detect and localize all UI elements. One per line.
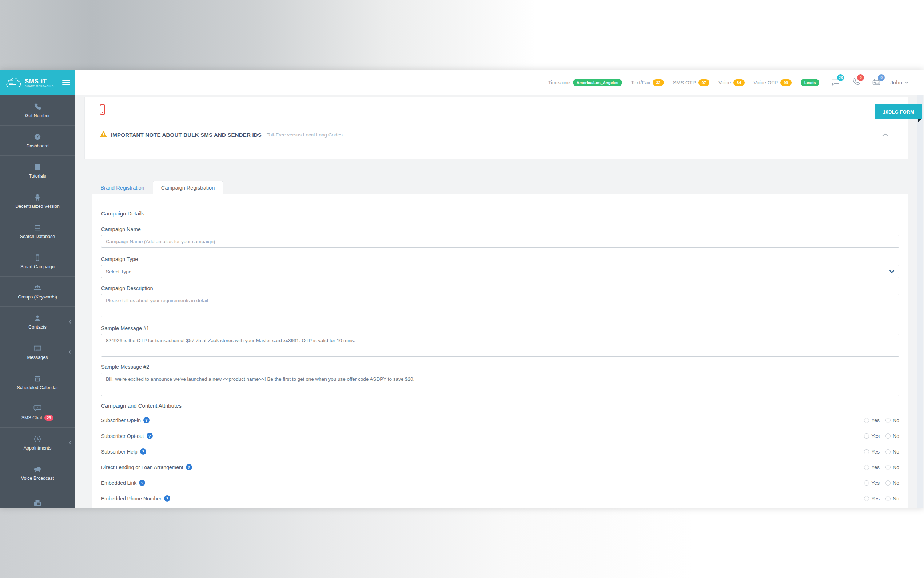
field-campaign-type: Campaign Type Select Type bbox=[101, 256, 899, 278]
radio-yes[interactable]: Yes bbox=[864, 464, 880, 470]
attr-row-affiliate-marketing: Affiliate Marketing? Yes No bbox=[101, 506, 899, 508]
sidebar-item-label: SMS Chat23 bbox=[21, 415, 54, 421]
radio-circle[interactable] bbox=[885, 449, 890, 454]
10dlc-form-ribbon[interactable]: 10DLC FORM bbox=[876, 106, 921, 118]
note-panel: IMPORTANT NOTE ABOUT BULK SMS AND SENDER… bbox=[84, 97, 908, 159]
help-icon[interactable]: ? bbox=[139, 480, 145, 486]
call-notifications-button[interactable]: 0 bbox=[851, 78, 860, 88]
help-icon[interactable]: ? bbox=[186, 464, 192, 470]
app-window: SMS-iT SMART MESSAGING Get Number Dashbo… bbox=[0, 70, 924, 508]
radio-no-label: No bbox=[893, 480, 899, 486]
tab-campaign-registration[interactable]: Campaign Registration bbox=[153, 181, 223, 194]
stat-label: Voice bbox=[718, 80, 731, 86]
sidebar-item-label: Scheduled Calendar bbox=[17, 385, 58, 390]
radio-no[interactable]: No bbox=[885, 480, 899, 486]
stat-label: Text/Fax bbox=[631, 80, 651, 86]
sidebar-item-voice-broadcast[interactable]: Voice Broadcast bbox=[0, 458, 75, 488]
radio-no[interactable]: No bbox=[885, 496, 899, 502]
attr-row-direct-lending: Direct Lending or Loan Arrangement? Yes … bbox=[101, 459, 899, 475]
radio-circle[interactable] bbox=[864, 496, 869, 501]
radio-circle[interactable] bbox=[864, 449, 869, 454]
timezone-value-badge[interactable]: America/Los_Angeles bbox=[573, 79, 622, 86]
attr-text: Subscriber Opt-in bbox=[101, 417, 141, 423]
attr-row-subscriber-help: Subscriber Help? Yes No bbox=[101, 444, 899, 459]
help-icon[interactable]: ? bbox=[147, 433, 153, 439]
stat-sms-otp: SMS OTP 97 bbox=[673, 80, 709, 86]
laptop-icon bbox=[33, 224, 42, 232]
background-bottom bbox=[0, 508, 924, 578]
attr-text: Embedded Link bbox=[101, 480, 136, 486]
sidebar-item-label: Tutorials bbox=[29, 174, 46, 179]
radio-no[interactable]: No bbox=[885, 464, 899, 470]
radio-circle[interactable] bbox=[885, 434, 890, 438]
radio-circle[interactable] bbox=[885, 465, 890, 470]
sidebar-item-contacts[interactable]: Contacts bbox=[0, 307, 75, 337]
campaign-name-input[interactable] bbox=[101, 235, 899, 247]
section-title-campaign-details: Campaign Details bbox=[101, 210, 899, 217]
radio-yes[interactable]: Yes bbox=[864, 417, 880, 423]
sidebar-item-dashboard[interactable]: Dashboard bbox=[0, 125, 75, 156]
field-sample-message-1: Sample Message #1 824926 is the OTP for … bbox=[101, 325, 899, 358]
sidebar-item-smart-campaign[interactable]: Smart Campaign bbox=[0, 247, 75, 277]
radio-yes-label: Yes bbox=[871, 480, 880, 486]
hamburger-menu-icon[interactable] bbox=[62, 79, 70, 87]
radio-group: Yes No bbox=[864, 417, 899, 423]
radio-yes[interactable]: Yes bbox=[864, 496, 880, 502]
attr-label: Embedded Phone Number? bbox=[101, 495, 170, 502]
radio-yes[interactable]: Yes bbox=[864, 480, 880, 486]
logo-subtitle: SMART MESSAGING bbox=[25, 85, 54, 88]
radio-no[interactable]: No bbox=[885, 417, 899, 423]
collapse-note-button[interactable] bbox=[882, 132, 888, 138]
radio-circle[interactable] bbox=[864, 481, 869, 485]
radio-circle[interactable] bbox=[864, 418, 869, 423]
campaign-description-textarea[interactable] bbox=[101, 294, 899, 317]
note-subtitle: Toll-Free versus Local Long Codes bbox=[267, 132, 343, 138]
sample-message-2-label: Sample Message #2 bbox=[101, 364, 899, 370]
background-top bbox=[0, 0, 924, 70]
radio-circle[interactable] bbox=[885, 496, 890, 501]
registration-tabs: Brand Registration Campaign Registration bbox=[92, 181, 223, 194]
campaign-type-select[interactable]: Select Type bbox=[101, 265, 899, 278]
stat-label: Voice OTP bbox=[754, 80, 778, 86]
attr-label: Subscriber Opt-out? bbox=[101, 433, 153, 439]
sidebar-item-sms-chat[interactable]: SMS Chat23 bbox=[0, 398, 75, 428]
radio-circle[interactable] bbox=[864, 434, 869, 438]
help-icon[interactable]: ? bbox=[140, 448, 146, 455]
scrollbar-track[interactable] bbox=[917, 95, 922, 508]
note-panel-header bbox=[85, 97, 908, 122]
cloud-logo-icon bbox=[5, 76, 21, 89]
chat-notifications-button[interactable]: 23 bbox=[830, 78, 840, 88]
sidebar-item-search-database[interactable]: Search Database bbox=[0, 216, 75, 247]
book-icon bbox=[34, 163, 42, 171]
sidebar-item-fax[interactable] bbox=[0, 488, 75, 508]
sidebar-item-messages[interactable]: Messages bbox=[0, 337, 75, 367]
sample-message-1-label: Sample Message #1 bbox=[101, 325, 899, 331]
radio-group: Yes No bbox=[864, 496, 899, 502]
radio-group: Yes No bbox=[864, 464, 899, 470]
sidebar-item-tutorials[interactable]: Tutorials bbox=[0, 156, 75, 186]
stat-count-badge: 97 bbox=[699, 80, 709, 86]
sidebar-item-scheduled-calendar[interactable]: Scheduled Calendar bbox=[0, 367, 75, 398]
sidebar-item-label: Decentralized Version bbox=[15, 204, 60, 209]
tab-brand-registration[interactable]: Brand Registration bbox=[92, 181, 153, 194]
user-menu[interactable]: John bbox=[890, 80, 909, 86]
radio-circle[interactable] bbox=[885, 481, 890, 485]
fax-notifications-button[interactable]: 0 bbox=[872, 78, 881, 88]
sidebar-item-groups-keywords[interactable]: Groups (Keywords) bbox=[0, 277, 75, 307]
radio-yes[interactable]: Yes bbox=[864, 449, 880, 455]
sidebar-item-appointments[interactable]: Appointments bbox=[0, 428, 75, 458]
sample-message-1-textarea[interactable]: 824926 is the OTP for transaction of $57… bbox=[101, 334, 899, 357]
radio-group: Yes No bbox=[864, 449, 899, 455]
help-icon[interactable]: ? bbox=[143, 417, 149, 423]
leads-button[interactable]: Leads bbox=[801, 79, 820, 86]
sidebar-item-decentralized-version[interactable]: Decentralized Version bbox=[0, 186, 75, 216]
sample-message-2-textarea[interactable]: Bill, we're excited to announce we've la… bbox=[101, 373, 899, 396]
radio-no[interactable]: No bbox=[885, 433, 899, 439]
help-icon[interactable]: ? bbox=[164, 495, 170, 502]
radio-circle[interactable] bbox=[864, 465, 869, 470]
warning-triangle-icon bbox=[100, 131, 107, 139]
radio-circle[interactable] bbox=[885, 418, 890, 423]
radio-no[interactable]: No bbox=[885, 449, 899, 455]
radio-yes[interactable]: Yes bbox=[864, 433, 880, 439]
sidebar-item-get-number[interactable]: Get Number bbox=[0, 95, 75, 125]
